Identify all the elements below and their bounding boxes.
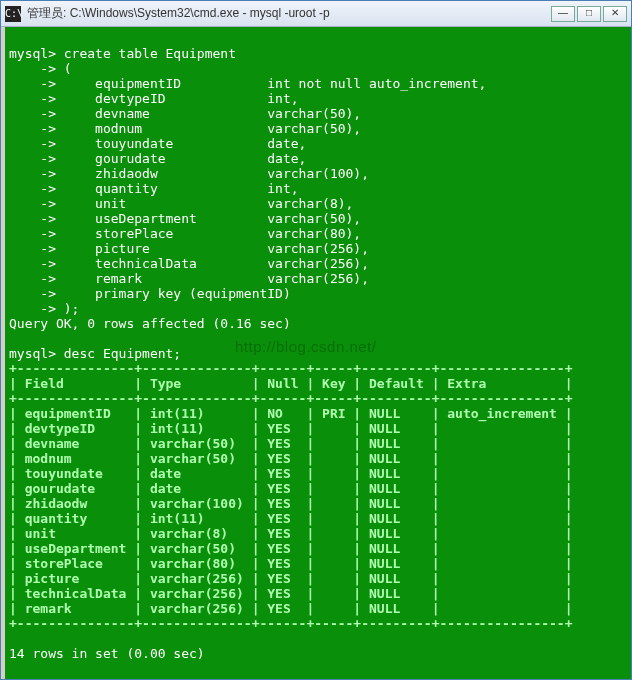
close-button[interactable]: ✕ — [603, 6, 627, 22]
window-buttons: — □ ✕ — [551, 6, 627, 22]
prompt-create: mysql> create table Equipment — [9, 46, 236, 61]
table-border: +---------------+--------------+------+-… — [9, 391, 573, 406]
maximize-button[interactable]: □ — [577, 6, 601, 22]
titlebar: C:\ 管理员: C:\Windows\System32\cmd.exe - m… — [1, 1, 631, 27]
minimize-button[interactable]: — — [551, 6, 575, 22]
sql-body: -> ( -> equipmentID int not null auto_in… — [9, 61, 486, 316]
table-rows: | equipmentID | int(11) | NO | PRI | NUL… — [9, 406, 573, 616]
cmd-window: C:\ 管理员: C:\Windows\System32\cmd.exe - m… — [0, 0, 632, 680]
window-title: 管理员: C:\Windows\System32\cmd.exe - mysql… — [27, 5, 551, 22]
cmd-icon: C:\ — [5, 6, 21, 22]
prompt-desc: mysql> desc Equipment; — [9, 346, 181, 361]
watermark-text: http://blog.csdn.net/ — [235, 339, 376, 354]
table-border: +---------------+--------------+------+-… — [9, 616, 573, 631]
terminal[interactable]: http://blog.csdn.net/mysql> create table… — [1, 27, 631, 679]
table-border: +---------------+--------------+------+-… — [9, 361, 573, 376]
table-header: | Field | Type | Null | Key | Default | … — [9, 376, 573, 391]
rows-in-set: 14 rows in set (0.00 sec) — [9, 646, 205, 661]
query-ok: Query OK, 0 rows affected (0.16 sec) — [9, 316, 291, 331]
